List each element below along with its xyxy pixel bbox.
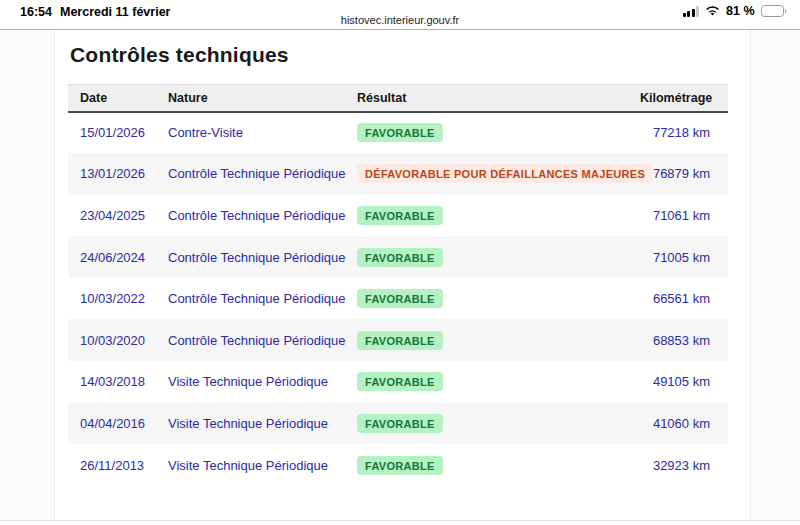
wifi-icon	[705, 6, 720, 17]
control-date: 15/01/2026	[68, 112, 168, 154]
table-row: 10/03/2020Contrôle Technique PériodiqueF…	[68, 319, 728, 361]
table-header-row: Date Nature Résultat Kilométrage	[68, 85, 728, 112]
control-result-cell: FAVORABLE	[357, 195, 640, 237]
control-result-cell: FAVORABLE	[357, 112, 640, 154]
cellular-signal-icon	[683, 6, 700, 17]
control-nature: Visite Technique Périodique	[168, 361, 357, 403]
left-gutter	[0, 30, 55, 520]
column-header-kilometrage: Kilométrage	[640, 85, 728, 112]
table-row: 15/01/2026Contre-VisiteFAVORABLE77218 km	[68, 112, 728, 154]
control-result-cell: FAVORABLE	[357, 278, 640, 320]
control-nature: Visite Technique Périodique	[168, 444, 357, 486]
battery-icon	[761, 5, 787, 17]
control-nature: Contrôle Technique Périodique	[168, 153, 357, 195]
result-status-badge: FAVORABLE	[357, 372, 443, 391]
bottom-divider	[0, 520, 800, 521]
control-kilometrage: 77218 km	[640, 112, 728, 154]
battery-percent: 81 %	[726, 4, 755, 18]
address-bar-url[interactable]: histovec.interieur.gouv.fr	[0, 14, 800, 26]
control-kilometrage: 76879 km	[640, 153, 728, 195]
status-bar: 16:54 Mercredi 11 février histovec.inter…	[0, 0, 800, 30]
control-date: 13/01/2026	[68, 153, 168, 195]
table-row: 23/04/2025Contrôle Technique PériodiqueF…	[68, 195, 728, 237]
control-result-cell: FAVORABLE	[357, 403, 640, 445]
page-title: Contrôles techniques	[70, 43, 749, 67]
table-row: 26/11/2013Visite Technique PériodiqueFAV…	[68, 444, 728, 486]
control-date: 10/03/2022	[68, 278, 168, 320]
result-status-badge: DÉFAVORABLE POUR DÉFAILLANCES MAJEURES	[357, 164, 653, 183]
control-date: 26/11/2013	[68, 444, 168, 486]
result-status-badge: FAVORABLE	[357, 123, 443, 142]
control-result-cell: FAVORABLE	[357, 444, 640, 486]
result-status-badge: FAVORABLE	[357, 206, 443, 225]
control-nature: Contrôle Technique Périodique	[168, 236, 357, 278]
result-status-badge: FAVORABLE	[357, 289, 443, 308]
control-date: 23/04/2025	[68, 195, 168, 237]
control-kilometrage: 66561 km	[640, 278, 728, 320]
control-kilometrage: 71005 km	[640, 236, 728, 278]
control-date: 14/03/2018	[68, 361, 168, 403]
control-nature: Contrôle Technique Périodique	[168, 278, 357, 320]
control-result-cell: FAVORABLE	[357, 319, 640, 361]
control-result-cell: FAVORABLE	[357, 236, 640, 278]
table-row: 13/01/2026Contrôle Technique PériodiqueD…	[68, 153, 728, 195]
result-status-badge: FAVORABLE	[357, 456, 443, 475]
technical-controls-table: Date Nature Résultat Kilométrage 15/01/2…	[68, 84, 728, 486]
control-nature: Contre-Visite	[168, 112, 357, 154]
right-gutter	[750, 30, 800, 520]
result-status-badge: FAVORABLE	[357, 248, 443, 267]
table-row: 10/03/2022Contrôle Technique PériodiqueF…	[68, 278, 728, 320]
column-header-result: Résultat	[357, 85, 640, 112]
column-header-date: Date	[68, 85, 168, 112]
control-date: 24/06/2024	[68, 236, 168, 278]
control-kilometrage: 32923 km	[640, 444, 728, 486]
control-kilometrage: 71061 km	[640, 195, 728, 237]
control-nature: Contrôle Technique Périodique	[168, 195, 357, 237]
table-row: 14/03/2018Visite Technique PériodiqueFAV…	[68, 361, 728, 403]
control-nature: Contrôle Technique Périodique	[168, 319, 357, 361]
table-row: 04/04/2016Visite Technique PériodiqueFAV…	[68, 403, 728, 445]
control-result-cell: DÉFAVORABLE POUR DÉFAILLANCES MAJEURES	[357, 153, 640, 195]
table-body: 15/01/2026Contre-VisiteFAVORABLE77218 km…	[68, 112, 728, 486]
control-date: 10/03/2020	[68, 319, 168, 361]
control-nature: Visite Technique Périodique	[168, 403, 357, 445]
column-header-nature: Nature	[168, 85, 357, 112]
main-content: Contrôles techniques Date Nature Résulta…	[56, 30, 749, 520]
control-date: 04/04/2016	[68, 403, 168, 445]
control-kilometrage: 68853 km	[640, 319, 728, 361]
result-status-badge: FAVORABLE	[357, 331, 443, 350]
control-kilometrage: 49105 km	[640, 361, 728, 403]
status-bar-right: 81 %	[683, 4, 787, 18]
control-kilometrage: 41060 km	[640, 403, 728, 445]
result-status-badge: FAVORABLE	[357, 414, 443, 433]
control-result-cell: FAVORABLE	[357, 361, 640, 403]
table-row: 24/06/2024Contrôle Technique PériodiqueF…	[68, 236, 728, 278]
